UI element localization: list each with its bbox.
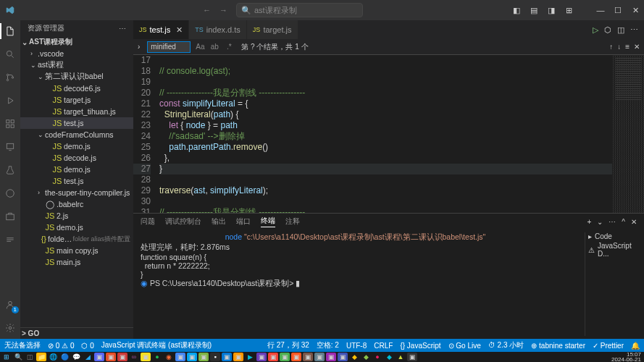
find-case-icon[interactable]: Aa [195,43,205,51]
tb-media-icon[interactable]: ▶ [245,353,255,361]
layout-left-icon[interactable]: ◧ [512,6,521,15]
terminal-group[interactable]: ▸Code [588,232,637,240]
window-close-icon[interactable]: ✕ [631,6,640,15]
status-item[interactable]: CRLF [374,340,393,350]
run-icon[interactable]: ▷ [593,25,598,35]
tb-vscode-icon[interactable]: ◢ [83,353,93,361]
find-word-icon[interactable]: ab [209,43,219,51]
tb-app20-icon[interactable]: ◆ [361,353,371,361]
account-icon[interactable]: 1 [4,298,17,311]
layout-bottom-icon[interactable]: ▤ [530,6,538,15]
tree-item[interactable]: ⌄ast课程 [20,59,133,71]
editor-tab[interactable]: JStest.js✕ [133,20,189,39]
source-control-icon[interactable] [4,71,17,84]
extensions-icon[interactable] [4,117,17,130]
tb-app12-icon[interactable]: ▣ [268,353,278,361]
project-icon[interactable] [4,210,17,223]
status-item[interactable]: ⊙ Go Live [448,340,481,350]
tb-app16-icon[interactable]: ▣ [314,353,325,361]
panel-tab[interactable]: 输出 [212,216,226,227]
tree-item[interactable]: JStarget_tihuan.js [20,106,133,117]
window-minimize-icon[interactable]: ― [596,6,605,15]
tree-item[interactable]: ◯.babelrc [20,198,133,210]
docker-icon[interactable] [4,233,17,246]
panel-tab[interactable]: 注释 [285,216,300,227]
remote-icon[interactable] [4,140,17,153]
tree-item[interactable]: JSmain copy.js [20,245,133,256]
run-debug-icon[interactable] [4,94,17,107]
tb-chrome-icon[interactable]: 🔵 [59,353,70,361]
nav-forward-icon[interactable]: → [219,6,227,14]
tree-item[interactable]: JSdecode6.js [20,83,133,94]
status-item[interactable]: 行 27，列 32 [267,340,309,350]
tb-app23-icon[interactable]: ▲ [396,353,406,361]
taskbar-clock[interactable]: 15:07 2024-06-21 [611,352,643,362]
tab-close-icon[interactable]: ✕ [176,25,183,35]
layout-right-icon[interactable]: ◨ [547,6,556,15]
tb-app8-icon[interactable]: ▣ [198,353,209,361]
tree-item[interactable]: JStest.js [20,117,133,129]
status-item[interactable]: UTF-8 [346,340,367,350]
outline-header[interactable]: > GO [20,327,133,339]
tb-app11-icon[interactable]: ▣ [256,353,267,361]
panel-more-icon[interactable]: ⋯ [609,218,616,226]
tb-app18-icon[interactable]: ▣ [338,353,348,361]
tree-item[interactable]: JS2.js [20,210,133,222]
status-item[interactable]: 空格: 2 [317,340,339,350]
panel-tab[interactable]: 调试控制台 [165,216,201,227]
tb-explorer-icon[interactable]: 📁 [36,353,46,361]
testing-icon[interactable] [4,164,17,177]
tb-terminal-icon[interactable]: ▪ [210,353,220,361]
tb-search-icon[interactable]: 🔍 [13,353,23,361]
find-next-icon[interactable]: ↓ [617,43,621,51]
editor-tab[interactable]: JStarget.js [247,20,298,39]
editor-tab[interactable]: TSindex.d.ts [189,20,247,39]
tb-app10-icon[interactable]: ▣ [233,353,243,361]
tb-taskview-icon[interactable]: ◫ [25,353,35,361]
tree-item[interactable]: ⌄第二课认识babel [20,71,133,83]
tb-app3-icon[interactable]: ▣ [117,353,127,361]
tb-app21-icon[interactable]: ● [372,353,382,361]
tb-app13-icon[interactable]: ▣ [280,353,290,361]
status-item[interactable]: ⊕ tabnine starter [531,340,585,350]
tb-wechat-icon[interactable]: 💬 [71,353,81,361]
tree-item[interactable]: {}folder-alias.jsonfolder alias插件配置 [20,233,133,245]
status-item[interactable]: 无法备选择 [4,340,41,350]
settings-icon[interactable] [4,321,17,334]
layout-panel-icon[interactable]: ⊞ [564,6,573,15]
status-item[interactable]: ⊘ 0 ⚠ 0 [48,340,74,350]
explorer-root-header[interactable]: ⌄AST课程录制 [20,36,133,48]
find-regex-icon[interactable]: .* [224,43,234,51]
sidebar-more-icon[interactable]: ⋯ [119,25,126,33]
code-editor[interactable]: 1718192021222324252627282930313233343536… [133,55,644,213]
tb-vs-icon[interactable]: ∞ [129,353,139,361]
tb-app15-icon[interactable]: ▣ [303,353,313,361]
tb-app4-icon[interactable]: ▣ [141,353,151,361]
tb-app22-icon[interactable]: ◆ [384,353,394,361]
find-expand-icon[interactable]: › [138,43,140,51]
status-item[interactable]: 🔔 [631,340,640,350]
find-input[interactable] [147,41,191,53]
more-icon[interactable]: ⋯ [630,25,638,35]
tb-app24-icon[interactable]: ▣ [407,353,417,361]
debug-icon[interactable]: ⬡ [604,25,611,35]
split-icon[interactable]: ◫ [617,25,624,35]
tb-app9-icon[interactable]: ▣ [222,353,232,361]
terminal[interactable]: node "c:\Users\a1140\Desktop\ast课程录制\ast… [133,230,644,339]
tree-item[interactable]: JSdemo.js [20,140,133,152]
panel-tab[interactable]: 终端 [261,216,275,227]
tree-item[interactable]: JStarget.js [20,94,133,106]
tb-app19-icon[interactable]: ◆ [349,353,359,361]
tree-item[interactable]: JSdemo.js [20,164,133,175]
tb-app17-icon[interactable]: ▣ [326,353,336,361]
panel-tab[interactable]: 端口 [236,216,251,227]
vscode-menu-icon[interactable] [4,4,16,16]
status-item[interactable]: {} JavaScript [400,340,440,350]
status-item[interactable]: JavaScript 调试终端 (ast课程录制) [101,340,212,350]
tb-app2-icon[interactable]: ▣ [106,353,116,361]
tb-spotify-icon[interactable]: ● [152,353,162,361]
tb-app1-icon[interactable]: ▣ [94,353,104,361]
status-item[interactable]: ⬡ 0 [81,340,93,350]
find-selection-icon[interactable]: ≡ [625,43,630,51]
bookmark-icon[interactable] [4,187,17,200]
